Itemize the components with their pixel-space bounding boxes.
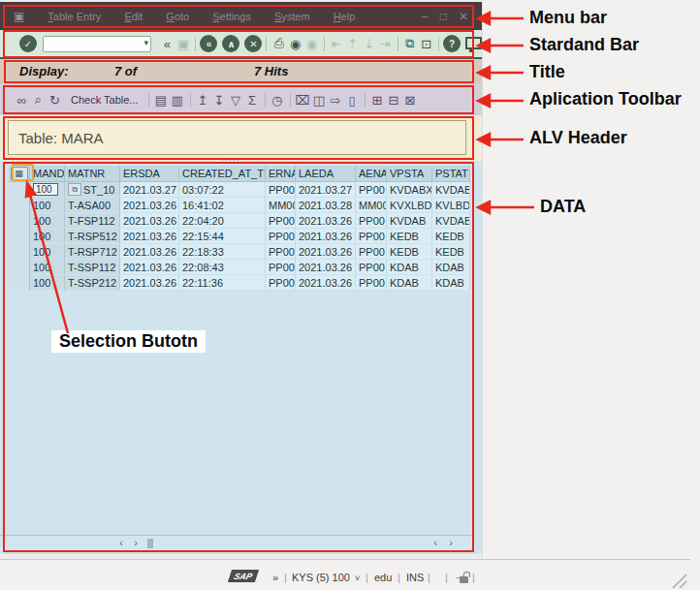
find-button[interactable]: ◉ — [287, 35, 303, 52]
table-cell[interactable]: 2021.03.26 — [120, 244, 179, 260]
table-cell[interactable]: 22:15:44 — [179, 229, 266, 244]
table-cell[interactable]: 2021.03.27 — [120, 182, 179, 198]
table-row[interactable]: 100T-FSP1122021.03.2622:04:20PP002021.03… — [9, 213, 470, 229]
table-cell[interactable]: KDAB — [432, 275, 470, 291]
change-layout-button[interactable]: ⊟ — [386, 91, 402, 109]
column-header-laeda[interactable]: LAEDA — [296, 166, 356, 182]
table-cell[interactable]: MM00 — [356, 198, 387, 213]
table-cell[interactable]: T-SSP112 — [65, 260, 120, 275]
menu-help[interactable]: Help — [334, 11, 356, 22]
total-button[interactable]: Σ — [244, 91, 261, 109]
column-header-pstat[interactable]: PSTAT — [432, 166, 470, 182]
status-chevron-icon[interactable]: ˅ — [355, 574, 360, 583]
table-cell[interactable]: PP00 — [266, 260, 296, 275]
table-cell[interactable]: KVXLBDE — [387, 198, 432, 213]
local-file-export-button[interactable]: ⇨ — [328, 91, 344, 109]
table-cell[interactable]: KEDB — [432, 229, 470, 244]
status-system-field[interactable]: KYS (5) 100 — [292, 572, 350, 583]
enter-button[interactable]: ✓ — [19, 35, 37, 52]
menu-goto[interactable]: Goto — [166, 11, 189, 22]
collapse-button[interactable]: « — [159, 35, 175, 52]
row-selector-cell[interactable] — [9, 275, 30, 291]
table-cell[interactable]: 2021.03.26 — [120, 275, 179, 291]
scroll-left-icon[interactable]: ‹ — [115, 537, 127, 548]
cancel-button[interactable]: ✕ — [244, 35, 262, 52]
minimize-icon[interactable]: – — [422, 10, 429, 23]
table-cell[interactable]: ⧉ST_10 — [65, 182, 120, 198]
menu-settings[interactable]: Settings — [212, 11, 251, 22]
menu-table-entry[interactable]: Table Entry — [48, 11, 101, 22]
column-list-button[interactable]: ▥ — [170, 91, 186, 109]
check-table-button[interactable]: Check Table... — [71, 94, 139, 106]
maximize-icon[interactable]: □ — [440, 10, 447, 23]
save-button[interactable]: ▣ — [175, 35, 192, 52]
table-cell[interactable]: PP00 — [356, 229, 387, 244]
column-header-aenam[interactable]: AENAM — [356, 166, 387, 182]
table-cell[interactable]: KDAB — [387, 260, 432, 275]
exit-button[interactable]: ∧ — [222, 35, 239, 52]
row-selector-cell[interactable] — [9, 244, 30, 260]
table-cell[interactable]: 2021.03.26 — [296, 244, 356, 260]
excel-export-button[interactable]: ⌧ — [295, 91, 311, 109]
column-header-mandt[interactable]: MANDT — [30, 166, 65, 182]
menu-system[interactable]: System — [274, 11, 310, 22]
table-cell[interactable]: PP00 — [356, 182, 387, 198]
table-cell[interactable]: T-SSP212 — [65, 275, 120, 291]
table-cell[interactable]: 100 — [30, 182, 65, 198]
table-row[interactable]: 100T-SSP1122021.03.2622:08:43PP002021.03… — [9, 260, 470, 275]
refresh-button[interactable]: ↻ — [47, 91, 63, 109]
print-view-button[interactable]: ▯ — [344, 91, 361, 109]
table-cell[interactable]: MM00 — [266, 198, 296, 213]
scroll-right-icon[interactable]: › — [130, 537, 142, 548]
table-cell[interactable]: 2021.03.26 — [120, 213, 179, 229]
table-cell[interactable]: KVDAB — [387, 213, 432, 229]
next-page-button[interactable]: ⇣ — [361, 35, 377, 52]
close-icon[interactable]: ✕ — [459, 10, 468, 23]
table-cell[interactable]: 22:18:33 — [179, 244, 266, 260]
table-cell[interactable]: T-FSP112 — [65, 213, 120, 229]
table-cell[interactable]: KEDB — [387, 244, 432, 260]
table-cell[interactable]: 2021.03.26 — [296, 213, 356, 229]
table-cell[interactable]: PP00 — [356, 275, 387, 291]
table-cell[interactable]: 100 — [30, 244, 65, 260]
time-button[interactable]: ◷ — [270, 91, 286, 109]
table-cell[interactable]: 100 — [30, 260, 65, 275]
table-cell[interactable]: KVDAB — [432, 182, 470, 198]
column-header-ersda[interactable]: ERSDA — [120, 166, 179, 182]
table-cell[interactable]: 100 — [30, 229, 65, 244]
row-selector-cell[interactable] — [9, 198, 30, 213]
table-row[interactable]: 100⧉ST_102021.03.2703:07:22PP002021.03.2… — [9, 182, 470, 198]
table-cell[interactable]: KDAB — [432, 260, 470, 275]
client-field-focused[interactable]: 100 — [33, 183, 58, 196]
splitter-handle[interactable]: ····· — [221, 155, 240, 165]
chevron-down-icon[interactable]: ▾ — [143, 38, 148, 47]
sap-menu-icon[interactable]: ▣ — [14, 10, 24, 23]
table-cell[interactable]: 100 — [30, 275, 65, 291]
table-cell[interactable]: KVDAB — [432, 213, 470, 229]
table-cell[interactable]: KVLBDI — [432, 198, 470, 213]
table-cell[interactable]: PP00 — [356, 244, 387, 260]
filter-button[interactable]: ▽ — [228, 91, 244, 109]
create-shortcut-button[interactable]: ⊡ — [418, 35, 434, 52]
table-cell[interactable]: KEDB — [432, 244, 470, 260]
row-selector-cell[interactable] — [9, 182, 30, 198]
table-cell[interactable]: T-ASA00 — [65, 198, 120, 213]
print-button[interactable]: ⎙ — [270, 35, 287, 52]
column-header-matnr[interactable]: MATNR — [65, 166, 120, 182]
status-overflow-icon[interactable]: » — [272, 572, 278, 583]
row-selector-cell[interactable] — [9, 213, 30, 229]
matchcode-button[interactable]: ⧉ — [68, 183, 81, 196]
word-export-button[interactable]: ◫ — [311, 91, 328, 109]
table-cell[interactable]: 2021.03.26 — [120, 198, 179, 213]
table-cell[interactable]: 2021.03.26 — [296, 260, 356, 275]
table-cell[interactable]: 22:08:43 — [179, 260, 266, 275]
sort-descending-button[interactable]: ↧ — [211, 91, 228, 109]
scroll-left-icon[interactable]: ‹ — [430, 537, 441, 548]
scrollbar-thumb[interactable] — [147, 539, 153, 548]
table-cell[interactable]: 2021.03.26 — [296, 275, 356, 291]
scroll-right-icon[interactable]: › — [445, 537, 457, 548]
table-cell[interactable]: 22:04:20 — [179, 213, 266, 229]
table-cell[interactable]: PP00 — [356, 213, 387, 229]
table-row[interactable]: 100T-ASA002021.03.2616:41:02MM002021.03.… — [9, 198, 470, 213]
choose-layout-button[interactable]: ⊞ — [369, 91, 386, 109]
